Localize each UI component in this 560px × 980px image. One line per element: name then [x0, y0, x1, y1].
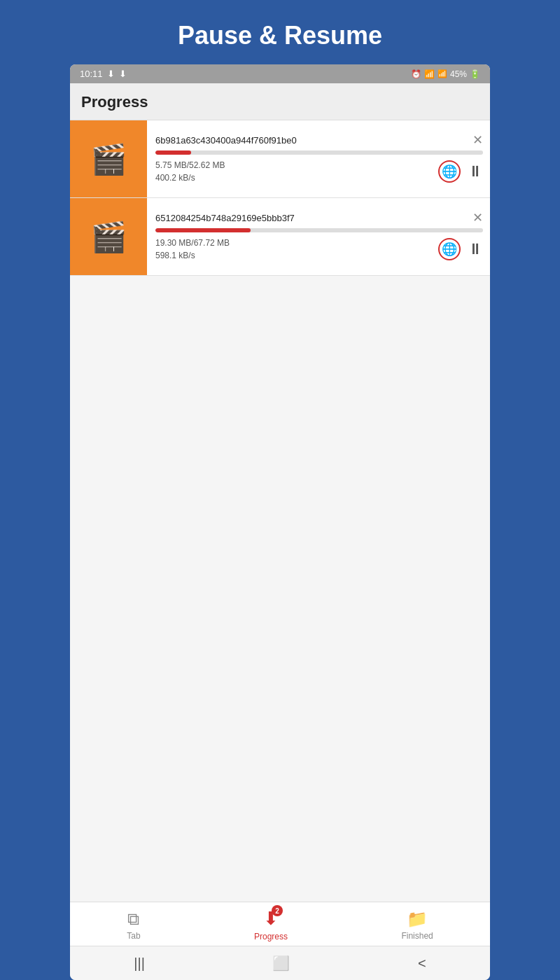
alarm-icon: ⏰: [411, 69, 421, 79]
globe-button-1[interactable]: 🌐: [438, 160, 461, 183]
pause-button-2[interactable]: ⏸: [468, 240, 483, 258]
system-nav: ||| ⬜ <: [70, 946, 490, 980]
download-thumbnail-2: 🎬: [70, 198, 147, 275]
tab-icon: ⧉: [127, 909, 139, 929]
progress-bar-bg-2: [155, 228, 483, 232]
nav-item-finished[interactable]: 📁 Finished: [401, 909, 433, 941]
download-actions-2: 🌐 ⏸: [438, 238, 483, 260]
battery-label: 45%: [450, 69, 467, 79]
download-content-2: 6512084254b748a29169e5bbb3f7 ✕ 19.30 MB/…: [147, 198, 490, 275]
pause-button-1[interactable]: ⏸: [468, 162, 483, 181]
nav-label-finished: Finished: [401, 931, 433, 941]
empty-area: [70, 276, 490, 902]
page-title: Pause & Resume: [0, 0, 560, 64]
download-item: 🎬 6b981a63c430400a944f760f91be0 ✕ 5.75 M…: [70, 120, 490, 198]
download-name-row-1: 6b981a63c430400a944f760f91be0 ✕: [155, 134, 483, 146]
wifi-icon: 📶: [424, 69, 435, 79]
download-speed-2: 598.1 kB/s: [155, 249, 230, 262]
phone-frame: 10:11 ⬇ ⬇ ⏰ 📶 📶 45% 🔋 Progress 🎬: [70, 64, 490, 980]
bottom-nav: ⧉ Tab ⬇ 2 Progress 📁 Finished: [70, 902, 490, 946]
home-button[interactable]: ⬜: [272, 955, 290, 972]
progress-badge: 2: [272, 905, 283, 916]
download-actions-1: 🌐 ⏸: [438, 160, 483, 183]
download-thumbnail-1: 🎬: [70, 120, 147, 197]
download-icon-2: ⬇: [119, 69, 127, 79]
app-header: Progress: [70, 83, 490, 120]
download-speed-1: 400.2 kB/s: [155, 172, 225, 184]
download-info-row-1: 5.75 MB/52.62 MB 400.2 kB/s 🌐 ⏸: [155, 159, 483, 184]
finished-icon: 📁: [407, 909, 428, 929]
signal-icon: 📶: [438, 69, 447, 78]
download-info-row-2: 19.30 MB/67.72 MB 598.1 kB/s 🌐 ⏸: [155, 237, 483, 262]
recents-button[interactable]: |||: [134, 955, 145, 972]
clapper-icon-2: 🎬: [90, 220, 127, 254]
download-name-1: 6b981a63c430400a944f760f91be0: [155, 135, 468, 146]
status-bar: 10:11 ⬇ ⬇ ⏰ 📶 📶 45% 🔋: [70, 64, 490, 83]
close-button-2[interactable]: ✕: [472, 211, 483, 224]
nav-label-progress: Progress: [254, 932, 288, 941]
nav-label-tab: Tab: [127, 931, 140, 941]
progress-bar-bg-1: [155, 150, 483, 155]
time-display: 10:11: [80, 69, 103, 79]
download-size-speed-1: 5.75 MB/52.62 MB 400.2 kB/s: [155, 159, 225, 184]
download-name-row-2: 6512084254b748a29169e5bbb3f7 ✕: [155, 211, 483, 224]
download-size-2: 19.30 MB/67.72 MB: [155, 237, 230, 249]
status-right: ⏰ 📶 📶 45% 🔋: [411, 69, 480, 79]
download-size-1: 5.75 MB/52.62 MB: [155, 159, 225, 172]
back-button[interactable]: <: [418, 955, 426, 972]
close-button-1[interactable]: ✕: [472, 134, 483, 146]
outer-wrapper: Pause & Resume 10:11 ⬇ ⬇ ⏰ 📶 📶 45% 🔋 Pro…: [0, 0, 560, 980]
download-content-1: 6b981a63c430400a944f760f91be0 ✕ 5.75 MB/…: [147, 120, 490, 197]
progress-bar-fill-2: [155, 228, 251, 232]
download-icon-1: ⬇: [107, 69, 115, 79]
nav-item-tab[interactable]: ⧉ Tab: [127, 909, 140, 941]
globe-button-2[interactable]: 🌐: [438, 238, 461, 260]
download-item-2: 🎬 6512084254b748a29169e5bbb3f7 ✕ 19.30 M…: [70, 198, 490, 276]
progress-bar-fill-1: [155, 150, 191, 155]
status-left: 10:11 ⬇ ⬇: [80, 69, 127, 79]
download-name-2: 6512084254b748a29169e5bbb3f7: [155, 213, 468, 223]
nav-item-progress[interactable]: ⬇ 2 Progress: [254, 908, 288, 941]
download-size-speed-2: 19.30 MB/67.72 MB 598.1 kB/s: [155, 237, 230, 262]
battery-icon: 🔋: [470, 69, 480, 79]
downloads-list: 🎬 6b981a63c430400a944f760f91be0 ✕ 5.75 M…: [70, 120, 490, 902]
app-header-title: Progress: [81, 93, 148, 111]
clapper-icon-1: 🎬: [90, 142, 127, 176]
